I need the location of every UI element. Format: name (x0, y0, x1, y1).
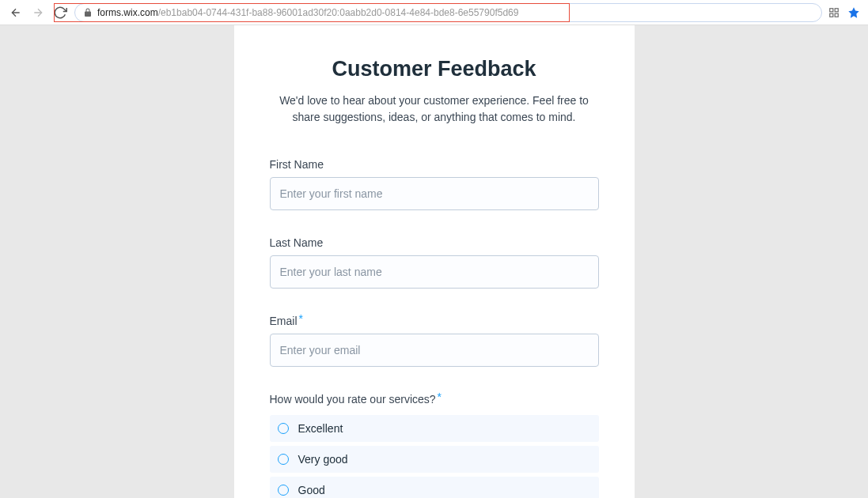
url-domain: forms.wix.com (97, 7, 158, 18)
radio-icon (278, 454, 289, 465)
svg-rect-3 (835, 13, 838, 17)
first-name-label: First Name (270, 158, 324, 171)
lock-icon (83, 8, 93, 17)
last-name-label: Last Name (270, 236, 324, 249)
rating-radio-group: Excellent Very good Good Fair Poor (270, 415, 599, 498)
forward-button[interactable] (30, 5, 46, 21)
svg-rect-2 (830, 13, 833, 17)
last-name-input[interactable] (270, 255, 599, 289)
bookmark-star-icon[interactable] (847, 6, 860, 19)
radio-icon (278, 485, 289, 496)
required-asterisk: * (299, 312, 303, 325)
rating-label: How would you rate our services? (270, 393, 436, 406)
radio-option-excellent[interactable]: Excellent (270, 415, 599, 442)
form-title: Customer Feedback (270, 57, 599, 81)
required-asterisk: * (438, 390, 442, 403)
install-app-icon[interactable] (828, 7, 840, 18)
radio-label: Excellent (298, 422, 343, 435)
radio-label: Very good (298, 453, 348, 466)
first-name-input[interactable] (270, 177, 599, 210)
radio-option-good[interactable]: Good (270, 477, 599, 498)
url-path: /eb1bab04-0744-431f-ba88-96001ad30f20:0a… (158, 7, 519, 18)
radio-label: Good (298, 484, 325, 496)
form-subtitle: We'd love to hear about your customer ex… (270, 92, 599, 126)
svg-rect-0 (830, 8, 833, 11)
back-button[interactable] (8, 5, 24, 21)
radio-option-very-good[interactable]: Very good (270, 446, 599, 473)
email-input[interactable] (270, 334, 599, 367)
email-label: Email (270, 315, 298, 327)
form-card: Customer Feedback We'd love to hear abou… (234, 25, 635, 498)
reload-button[interactable] (52, 5, 68, 21)
address-bar[interactable]: forms.wix.com/eb1bab04-0744-431f-ba88-96… (74, 3, 822, 22)
svg-rect-1 (835, 8, 838, 11)
radio-icon (278, 423, 289, 434)
